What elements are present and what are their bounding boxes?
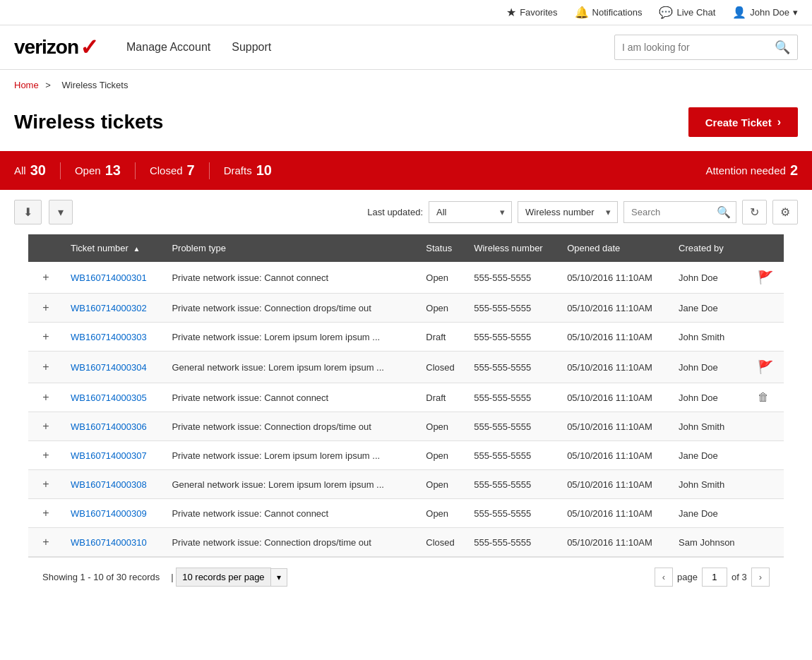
refresh-button[interactable]: ↻	[742, 200, 767, 224]
stat-all[interactable]: All 30	[14, 158, 60, 183]
row-expand-cell: +	[28, 323, 64, 352]
row-ticket-number: WB160714000306	[64, 412, 165, 441]
ticket-number-link[interactable]: WB160714000304	[71, 362, 147, 373]
ticket-number-link[interactable]: WB160714000303	[71, 332, 147, 342]
row-opened-date: 05/10/2016 11:10AM	[560, 412, 671, 441]
expand-icon[interactable]: +	[35, 420, 56, 433]
attention-needed[interactable]: Attention needed 2	[705, 162, 798, 179]
row-wireless-number: 555-555-5555	[467, 470, 560, 499]
col-ticket-number[interactable]: Ticket number ▲	[64, 234, 165, 262]
row-action-icon	[751, 528, 784, 557]
livechat-nav[interactable]: 💬 Live Chat	[659, 6, 715, 19]
ticket-number-link[interactable]: WB160714000307	[71, 450, 147, 461]
row-opened-date: 05/10/2016 11:10AM	[560, 262, 671, 294]
user-menu[interactable]: 👤 John Doe ▾	[732, 6, 798, 19]
table-row: + WB160714000301 Private network issue: …	[28, 262, 784, 294]
row-opened-date: 05/10/2016 11:10AM	[560, 441, 671, 470]
row-wireless-number: 555-555-5555	[467, 294, 560, 323]
row-expand-cell: +	[28, 294, 64, 323]
table-header-row: Ticket number ▲ Problem type Status Wire…	[28, 234, 784, 262]
row-wireless-number: 555-555-5555	[467, 499, 560, 528]
ticket-number-link[interactable]: WB160714000308	[71, 479, 147, 490]
logo-check: ✓	[80, 34, 98, 61]
row-opened-date: 05/10/2016 11:10AM	[560, 528, 671, 557]
table-row: + WB160714000305 Private network issue: …	[28, 383, 784, 412]
main-header: verizon✓ Manage Account Support 🔍	[0, 25, 812, 70]
prev-page-button[interactable]: ‹	[655, 568, 673, 587]
favorites-nav[interactable]: ★ Favorites	[506, 6, 557, 19]
row-problem-type: Private network issue: Connection drops/…	[165, 528, 419, 557]
row-wireless-number: 555-555-5555	[467, 528, 560, 557]
search-icon[interactable]: 🔍	[717, 205, 731, 219]
table-wrapper: Ticket number ▲ Problem type Status Wire…	[0, 234, 812, 596]
ticket-number-link[interactable]: WB160714000309	[71, 508, 147, 519]
col-created-by[interactable]: Created by	[671, 234, 751, 262]
ticket-number-link[interactable]: WB160714000301	[71, 272, 147, 283]
table-row: + WB160714000307 Private network issue: …	[28, 441, 784, 470]
download-button[interactable]: ⬇	[14, 200, 42, 224]
expand-icon[interactable]: +	[35, 536, 56, 548]
expand-icon[interactable]: +	[35, 478, 56, 491]
col-status[interactable]: Status	[419, 234, 467, 262]
row-status: Closed	[419, 528, 467, 557]
ticket-number-link[interactable]: WB160714000302	[71, 303, 147, 313]
pagination-bar: Showing 1 - 10 of 30 records | 10 record…	[28, 557, 784, 596]
ticket-number-link[interactable]: WB160714000306	[71, 421, 147, 432]
row-action-icon	[751, 323, 784, 352]
row-created-by: John Smith	[671, 470, 751, 499]
expand-icon[interactable]: +	[35, 361, 56, 373]
row-problem-type: Private network issue: Connection drops/…	[165, 412, 419, 441]
create-ticket-button[interactable]: Create Ticket ›	[688, 107, 798, 137]
row-ticket-number: WB160714000302	[64, 294, 165, 323]
last-updated-select[interactable]: All Today Last 7 days Last 30 days	[429, 201, 512, 223]
ticket-number-link[interactable]: WB160714000310	[71, 537, 147, 548]
page-label: page	[677, 572, 698, 582]
notifications-nav[interactable]: 🔔 Notifications	[575, 6, 643, 19]
row-action-icon	[751, 412, 784, 441]
logo: verizon✓	[14, 34, 98, 61]
stats-bar: All 30 Open 13 Closed 7 Drafts 10 Attent…	[0, 151, 812, 190]
search-icon[interactable]: 🔍	[775, 40, 790, 55]
expand-icon[interactable]: +	[35, 271, 56, 284]
per-page-caret[interactable]: ▾	[271, 568, 287, 587]
breadcrumb-separator: >	[45, 80, 53, 90]
attention-label: Attention needed	[705, 164, 785, 176]
expand-icon[interactable]: +	[35, 301, 56, 314]
nav-support[interactable]: Support	[232, 41, 271, 54]
header-search-input[interactable]	[622, 42, 769, 53]
row-status: Open	[419, 412, 467, 441]
tickets-table: Ticket number ▲ Problem type Status Wire…	[28, 234, 784, 557]
col-wireless-number[interactable]: Wireless number	[467, 234, 560, 262]
expand-icon[interactable]: +	[35, 330, 56, 343]
row-created-by: Jane Doe	[671, 499, 751, 528]
header-search: 🔍	[614, 35, 798, 60]
records-per-page-select[interactable]: 10 records per page 25 records per page …	[176, 568, 271, 587]
wireless-number-select[interactable]: Wireless number 555-555-5555	[518, 201, 618, 223]
current-page-input[interactable]	[702, 568, 727, 587]
next-page-button[interactable]: ›	[751, 568, 770, 587]
stat-open[interactable]: Open 13	[61, 158, 135, 183]
expand-icon[interactable]: +	[35, 449, 56, 462]
star-icon: ★	[506, 6, 516, 19]
trash-icon: 🗑	[758, 391, 769, 403]
nav-manage-account[interactable]: Manage Account	[126, 41, 210, 54]
row-wireless-number: 555-555-5555	[467, 323, 560, 352]
expand-icon[interactable]: +	[35, 507, 56, 520]
page-title-area: Wireless tickets Create Ticket ›	[0, 100, 812, 151]
stat-closed[interactable]: Closed 7	[136, 158, 209, 183]
row-created-by: Sam Johnson	[671, 528, 751, 557]
settings-button[interactable]: ⚙	[772, 200, 798, 224]
col-opened-date[interactable]: Opened date	[560, 234, 671, 262]
row-created-by: John Smith	[671, 412, 751, 441]
row-status: Open	[419, 262, 467, 294]
col-problem-type[interactable]: Problem type	[165, 234, 419, 262]
row-action-icon	[751, 499, 784, 528]
dropdown-button[interactable]: ▾	[49, 200, 73, 224]
ticket-number-link[interactable]: WB160714000305	[71, 392, 147, 403]
table-row: + WB160714000304 General network issue: …	[28, 352, 784, 383]
row-expand-cell: +	[28, 383, 64, 412]
expand-icon[interactable]: +	[35, 391, 56, 404]
breadcrumb-home[interactable]: Home	[14, 80, 39, 90]
stat-drafts[interactable]: Drafts 10	[210, 158, 286, 183]
row-wireless-number: 555-555-5555	[467, 352, 560, 383]
